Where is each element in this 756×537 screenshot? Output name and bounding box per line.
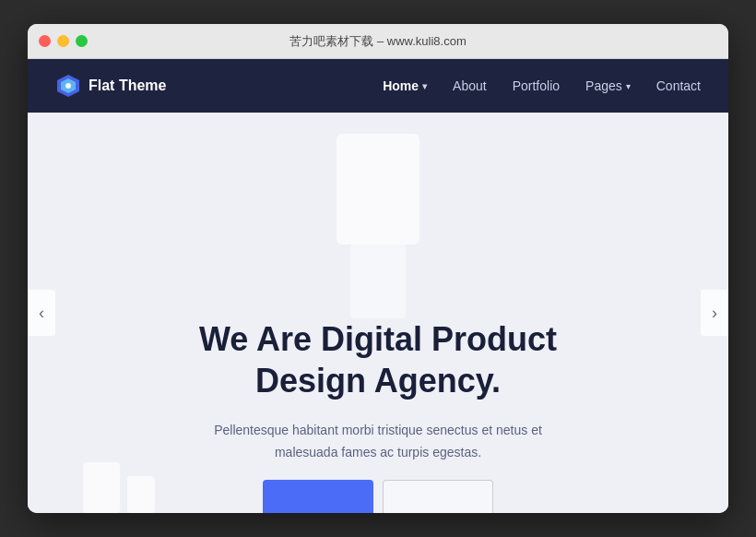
nav-label-about: About: [453, 78, 487, 93]
nav-label-contact: Contact: [656, 78, 701, 93]
browser-titlebar: 苦力吧素材下载 – www.kuli8.com: [28, 24, 728, 59]
hero-cta-area: [263, 480, 493, 513]
site-logo[interactable]: Flat Theme: [55, 73, 166, 99]
close-button[interactable]: [39, 35, 51, 47]
pages-chevron-icon: ▾: [626, 81, 631, 91]
nav-label-portfolio: Portfolio: [513, 78, 560, 93]
url-bar[interactable]: 苦力吧素材下载 – www.kuli8.com: [289, 33, 466, 50]
nav-label-pages: Pages: [585, 78, 622, 93]
svg-point-2: [65, 83, 71, 89]
browser-controls: [39, 35, 88, 47]
nav-item-portfolio[interactable]: Portfolio: [513, 78, 560, 93]
logo-icon: [55, 73, 81, 99]
hero-subtitle: Pellentesque habitant morbi tristique se…: [212, 420, 544, 464]
nav-item-about[interactable]: About: [453, 78, 487, 93]
hero-cta-primary[interactable]: [263, 480, 373, 513]
hero-deco-left: [83, 462, 155, 513]
site-navbar: Flat Theme Home ▾ About Portfolio Pages …: [28, 59, 728, 113]
home-chevron-icon: ▾: [422, 81, 427, 91]
hero-deco-right: [337, 134, 419, 245]
hero-prev-arrow[interactable]: ‹: [28, 290, 55, 336]
nav-label-home: Home: [383, 78, 419, 93]
browser-window: 苦力吧素材下载 – www.kuli8.com Flat Theme Home …: [28, 24, 728, 513]
site-nav: Home ▾ About Portfolio Pages ▾ Contact: [383, 78, 701, 93]
nav-item-home[interactable]: Home ▾: [383, 78, 427, 93]
maximize-button[interactable]: [76, 35, 88, 47]
nav-item-pages[interactable]: Pages ▾: [585, 78, 631, 93]
hero-cta-secondary[interactable]: [383, 480, 493, 513]
hero-deco-right2: [350, 245, 406, 318]
hero-section: ‹ › We Are Digital Product Design Agency…: [28, 113, 728, 513]
nav-item-contact[interactable]: Contact: [656, 78, 701, 93]
minimize-button[interactable]: [57, 35, 69, 47]
hero-title: We Are Digital Product Design Agency.: [184, 318, 572, 401]
hero-next-arrow[interactable]: ›: [701, 290, 728, 336]
logo-text: Flat Theme: [89, 78, 166, 94]
